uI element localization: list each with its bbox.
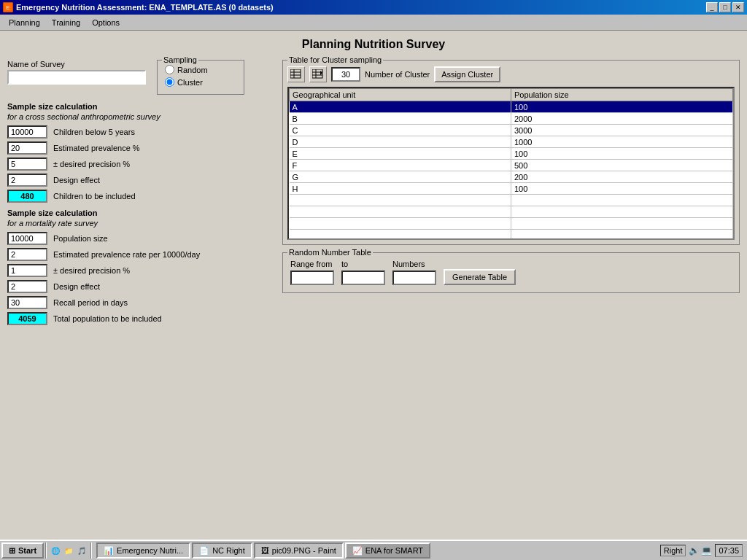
to-label: to <box>341 260 385 268</box>
radio-cluster[interactable]: Cluster <box>165 77 236 87</box>
menu-bar: Planning Training Options <box>0 15 747 31</box>
geo-cell: F <box>290 160 511 171</box>
mort-design-label: Design effect <box>53 282 100 291</box>
population-input[interactable] <box>7 232 47 245</box>
range-from-group: Range from <box>290 260 334 285</box>
window-title: Emergency Nutrition Assessment: ENA_TEMP… <box>16 3 274 12</box>
cluster-table-box: Table for Cluster sampling <box>282 60 740 245</box>
tray-icon-1: 🔊 <box>689 545 700 556</box>
total-population-result: 4059 <box>7 312 47 325</box>
mort-prevalence-row: Estimated prevalence rate per 10000/day <box>7 248 274 261</box>
cluster-table-legend: Table for Cluster sampling <box>287 55 383 64</box>
app-icon: E <box>3 2 13 12</box>
mort-design-input[interactable] <box>7 280 47 293</box>
random-number-box: Random Number Table Range from to Number… <box>282 252 740 293</box>
pop-cell: 100 <box>511 183 733 195</box>
children-included-row: 480 Children to be included <box>7 190 274 203</box>
taskbar-item-ena[interactable]: 📊 Emergency Nutri... <box>96 542 190 559</box>
taskbar-ena-label: Emergency Nutri... <box>117 546 183 555</box>
prevalence-input[interactable] <box>7 141 47 155</box>
empty-table-row <box>290 206 733 218</box>
taskbar-quick-launch: 🌐 📁 🎵 <box>48 545 89 556</box>
generate-table-button[interactable]: Generate Table <box>444 269 516 285</box>
mort-design-row: Design effect <box>7 280 274 293</box>
start-icon: ⊞ <box>9 546 15 556</box>
radio-random[interactable]: Random <box>165 65 236 74</box>
media-icon[interactable]: 🎵 <box>76 545 88 556</box>
taskbar-right: Right 🔊 💻 07:35 <box>657 544 746 557</box>
numbers-input[interactable] <box>392 271 436 285</box>
children-label: Children below 5 years <box>53 128 135 136</box>
table-icon-btn-1[interactable] <box>287 66 305 82</box>
radio-cluster-input[interactable] <box>165 77 174 87</box>
table-row[interactable]: F500 <box>290 160 733 171</box>
taskbar-ena-icon: 📊 <box>104 546 114 556</box>
table-row[interactable]: A100 <box>290 101 733 113</box>
recall-input[interactable] <box>7 296 47 309</box>
random-box-legend: Random Number Table <box>287 248 373 257</box>
sample-size-header: Sample size calculation <box>7 102 274 111</box>
cluster-table-container: Geographical unitPopulation size A100B20… <box>287 87 735 240</box>
minimize-button[interactable]: _ <box>706 2 718 12</box>
right-panel: Table for Cluster sampling <box>282 60 740 328</box>
numbers-group: Numbers <box>392 260 436 285</box>
svg-rect-0 <box>290 69 301 78</box>
empty-table-row <box>290 230 733 239</box>
cluster-table-scroll[interactable]: Geographical unitPopulation size A100B20… <box>289 88 733 238</box>
name-of-survey-input[interactable] <box>7 70 146 85</box>
mort-precision-input[interactable] <box>7 264 47 277</box>
menu-planning[interactable]: Planning <box>3 17 46 28</box>
folder-icon[interactable]: 📁 <box>63 545 74 556</box>
table-row[interactable]: E100 <box>290 148 733 160</box>
prevalence-label: Estimated prevalence % <box>53 144 140 152</box>
ie-icon[interactable]: 🌐 <box>50 545 61 556</box>
table-row[interactable]: H100 <box>290 183 733 195</box>
number-of-cluster-input[interactable] <box>331 67 360 82</box>
number-of-cluster-label: Number of Cluster <box>365 70 430 79</box>
left-panel: Name of Survey Sampling Random Cluster <box>7 60 274 328</box>
taskbar-item-smart[interactable]: 📈 ENA for SMART <box>345 542 430 559</box>
assign-cluster-button[interactable]: Assign Cluster <box>434 66 500 82</box>
table-row[interactable]: D1000 <box>290 136 733 148</box>
maximize-button[interactable]: □ <box>719 2 731 12</box>
sampling-legend: Sampling <box>162 55 198 64</box>
mort-precision-label: ± desired precision % <box>53 266 130 275</box>
tray-icon-2: 💻 <box>701 545 712 556</box>
content-area: Name of Survey Sampling Random Cluster <box>7 60 740 328</box>
taskbar-item-nc[interactable]: 📄 NC Right <box>192 542 252 559</box>
design-effect-row: Design effect <box>7 174 274 187</box>
children-input[interactable] <box>7 125 47 139</box>
total-population-label: Total population to be included <box>53 314 162 323</box>
recall-row: Recall period in days <box>7 296 274 309</box>
clock: 07:35 <box>715 544 743 557</box>
taskbar-item-paint[interactable]: 🖼 pic09.PNG - Paint <box>254 542 344 559</box>
design-effect-input[interactable] <box>7 174 47 187</box>
main-content: Planning Nutrition Survey Name of Survey… <box>0 31 747 540</box>
precision-input[interactable] <box>7 158 47 171</box>
menu-training[interactable]: Training <box>46 17 86 28</box>
pop-cell: 2000 <box>511 113 733 125</box>
taskbar-divider-2 <box>90 542 92 559</box>
mortality-sub: for a mortality rate survey <box>7 219 274 228</box>
radio-random-input[interactable] <box>165 65 174 74</box>
cluster-toolbar: Number of Cluster Assign Cluster <box>287 66 735 82</box>
title-bar: E Emergency Nutrition Assessment: ENA_TE… <box>0 0 747 15</box>
top-row: Name of Survey Sampling Random Cluster <box>7 60 274 95</box>
taskbar-items: 📊 Emergency Nutri... 📄 NC Right 🖼 pic09.… <box>93 542 656 559</box>
table-row[interactable]: B2000 <box>290 113 733 125</box>
range-from-input[interactable] <box>290 271 334 285</box>
menu-options[interactable]: Options <box>86 17 125 28</box>
population-row: Population size <box>7 232 274 245</box>
recall-label: Recall period in days <box>53 298 128 307</box>
to-input[interactable] <box>341 271 385 285</box>
name-of-survey-label: Name of Survey <box>7 60 146 69</box>
to-group: to <box>341 260 385 285</box>
table-row[interactable]: G200 <box>290 171 733 183</box>
start-button[interactable]: ⊞ Start <box>1 542 44 559</box>
numbers-label: Numbers <box>392 260 436 268</box>
close-button[interactable]: ✕ <box>732 2 744 12</box>
pop-cell: 500 <box>511 160 733 171</box>
mort-prevalence-input[interactable] <box>7 248 47 261</box>
table-row[interactable]: C3000 <box>290 125 733 136</box>
table-icon-btn-2[interactable] <box>309 66 327 82</box>
